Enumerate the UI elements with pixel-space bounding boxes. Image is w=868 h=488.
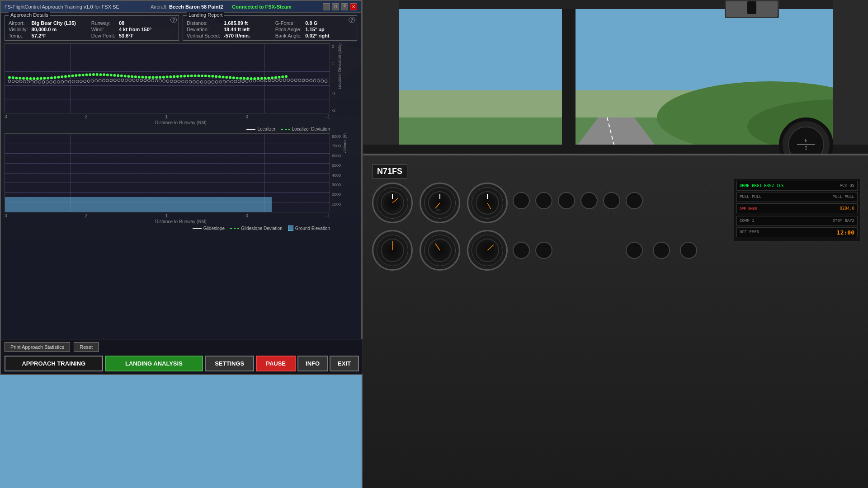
svg-point-141 [15, 77, 18, 80]
svg-point-213 [267, 77, 270, 80]
runway-label: Runway: [91, 20, 115, 26]
temp-label: Temp.: [9, 33, 28, 38]
lower-legend-dev-label: Glideslope Deviation [241, 226, 283, 231]
svg-point-202 [229, 76, 231, 79]
legend-deviation-line [281, 129, 290, 130]
svg-point-48 [626, 192, 642, 209]
x-tick-3: 3 [5, 114, 7, 119]
svg-point-134 [310, 79, 312, 82]
svg-point-109 [215, 80, 218, 83]
gauge-2: 20 [420, 183, 460, 223]
radio-row-3: OFF EMER 0284.0 [736, 203, 858, 213]
help-btn[interactable]: ? [341, 3, 348, 10]
vis-value: 80,000.0 m [32, 27, 88, 32]
svg-point-67 [57, 80, 60, 83]
settings-button[interactable]: SETTINGS [205, 356, 254, 371]
svg-point-143 [22, 77, 25, 80]
svg-point-154 [61, 75, 63, 78]
svg-point-191 [190, 75, 193, 77]
landing-help-icon[interactable]: ? [349, 17, 355, 23]
app-version-text: v1.0 [84, 4, 93, 9]
exit-button[interactable]: EXIT [330, 356, 359, 371]
svg-point-127 [283, 79, 286, 82]
svg-point-70 [68, 80, 71, 83]
lower-legend-glide-label: Glideslope [203, 226, 225, 231]
connection-status: Connected to FSX-Steam [232, 4, 291, 9]
aircraft-label-text: Aircraft: [151, 4, 168, 9]
svg-point-168 [110, 74, 113, 76]
dev-value: 18.44 ft left [224, 27, 272, 32]
svg-point-44 [536, 192, 552, 209]
vis-label: Visibility: [9, 27, 28, 32]
bank-label: Bank Angle: [275, 33, 302, 38]
svg-point-49 [513, 242, 529, 258]
svg-point-171 [120, 75, 123, 77]
print-stats-button[interactable]: Print Approach Statistics [5, 342, 70, 352]
svg-point-183 [162, 76, 165, 79]
upper-y-label: Localizer Deviation (dots) [337, 43, 342, 89]
svg-point-90 [144, 79, 146, 82]
info-button[interactable]: INFO [297, 356, 328, 371]
svg-point-74 [84, 80, 86, 83]
gforce-label: G-Force: [275, 20, 302, 26]
dew-value: 53.6°F [119, 33, 175, 38]
aircraft-id-label: N71FS [372, 164, 407, 178]
svg-point-192 [194, 75, 197, 77]
pause-button[interactable]: PAUSE [256, 356, 296, 371]
gauge-dial-3 [474, 189, 501, 216]
svg-point-182 [159, 76, 161, 79]
legend-localizer-line [246, 129, 255, 130]
upper-x-axis: 3 2 1 0 -1 [5, 114, 330, 119]
svg-point-103 [193, 80, 195, 83]
svg-point-54 [8, 80, 11, 83]
minimize-btn[interactable]: — [323, 3, 330, 10]
legend-localizer: Localizer [246, 127, 275, 131]
svg-point-63 [42, 80, 45, 83]
svg-point-89 [140, 79, 143, 82]
y-tick-n1: -1 [332, 91, 335, 95]
landing-analysis-button[interactable]: LANDING ANALYSIS [105, 356, 203, 371]
gauge-inner-6 [472, 235, 503, 266]
svg-point-99 [178, 80, 180, 83]
svg-point-148 [40, 77, 42, 80]
approach-help-icon[interactable]: ? [170, 17, 177, 23]
svg-point-60 [31, 80, 33, 83]
cockpit-sky: E I [363, 0, 868, 154]
svg-point-189 [183, 75, 186, 77]
svg-point-107 [208, 80, 211, 83]
svg-point-125 [276, 79, 278, 82]
svg-point-129 [291, 79, 293, 82]
landing-report-box: Landing Report ? Distance: 1,685.89 ft G… [183, 15, 357, 41]
close-btn[interactable]: ✕ [350, 3, 357, 10]
svg-point-61 [34, 80, 37, 83]
gauge-dial-1 [379, 189, 406, 216]
reset-button[interactable]: Reset [74, 342, 99, 352]
svg-point-71 [72, 80, 75, 83]
dist-value: 1,685.89 ft [224, 20, 272, 26]
legend-deviation-label: Localizer Deviation [292, 127, 330, 131]
lower-chart-outer: 8000 7000 6000 5000 4000 3000 2000 1000 … [5, 133, 357, 212]
svg-point-167 [106, 74, 109, 76]
overlay-panel: FS-FlightControl Approach Training v1.0 … [0, 0, 362, 375]
svg-point-105 [200, 80, 203, 83]
svg-point-45 [558, 192, 575, 209]
maximize-btn[interactable]: □ [332, 3, 339, 10]
pitch-label: Pitch Angle: [275, 27, 302, 32]
svg-point-140 [12, 76, 14, 79]
svg-point-163 [92, 73, 95, 76]
lower-y-label: Altitude (ft) [343, 133, 347, 153]
lower-y-4000: 4000 [332, 173, 341, 178]
lower-legend-dev-line [230, 228, 239, 229]
svg-point-138 [325, 80, 327, 83]
svg-point-66 [53, 80, 56, 83]
approach-training-button[interactable]: APPROACH TRAINING [5, 356, 103, 371]
svg-point-151 [50, 76, 53, 79]
svg-point-92 [151, 79, 154, 82]
lower-y-8000: 8000 [332, 134, 341, 139]
y-tick-2: 2 [332, 44, 335, 49]
svg-point-207 [246, 77, 249, 80]
svg-point-142 [19, 77, 21, 80]
x-tick-0: 0 [245, 114, 248, 119]
svg-point-136 [317, 80, 320, 82]
svg-point-104 [197, 80, 199, 83]
